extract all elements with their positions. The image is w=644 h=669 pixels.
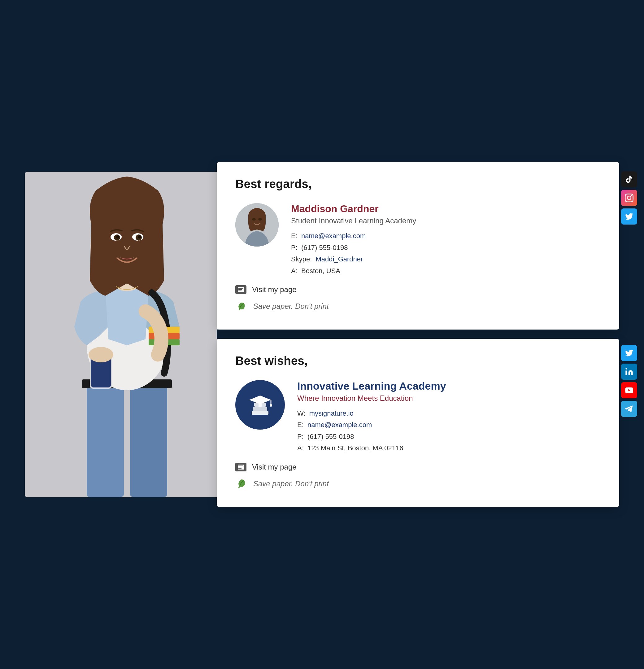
avatar-1 <box>235 203 278 246</box>
svg-rect-33 <box>253 407 267 411</box>
signature-card-1: Best regards, <box>217 162 619 329</box>
sig-body-2: Innovative Learning Academy Where Innova… <box>235 380 601 454</box>
tiktok-button[interactable] <box>621 171 637 187</box>
website-label-2: W: <box>297 410 305 417</box>
skype-label-1: Skype: <box>291 255 312 263</box>
youtube-button[interactable] <box>621 382 637 398</box>
social-icons-2 <box>621 345 637 417</box>
linkedin-button[interactable] <box>621 364 637 380</box>
address-1: Boston, USA <box>301 267 340 275</box>
svg-rect-32 <box>252 411 269 415</box>
instagram-button[interactable] <box>621 190 637 206</box>
svg-rect-43 <box>239 467 242 467</box>
avatar-2 <box>235 380 285 430</box>
photo-placeholder <box>25 172 235 497</box>
sig-info-2: Innovative Learning Academy Where Innova… <box>297 380 601 454</box>
signature-card-2: Best wishes, <box>217 339 619 507</box>
phone-2: (617) 555-0198 <box>307 433 354 440</box>
greeting-2: Best wishes, <box>235 354 601 368</box>
sig-detail-1: E: name@example.com P: (617) 555-0198 Sk… <box>291 230 601 276</box>
address-label-2: A: <box>297 444 304 452</box>
svg-rect-2 <box>130 383 167 497</box>
phone-label-2: P: <box>297 433 304 440</box>
visit-page-label-2[interactable]: Visit my page <box>252 463 297 471</box>
svg-rect-29 <box>239 290 242 291</box>
right-content: Best regards, <box>217 162 619 507</box>
address-label-1: A: <box>291 267 298 275</box>
telegram-button[interactable] <box>621 401 637 417</box>
phone-1: (617) 555-0198 <box>301 244 348 252</box>
visit-page-row-1: Visit my page <box>235 285 601 294</box>
svg-rect-44 <box>239 468 242 469</box>
hero-photo <box>25 172 235 497</box>
sig-role-1: Student Innovative Learning Academy <box>291 216 601 225</box>
twitter-button-1[interactable] <box>621 209 637 225</box>
email-2[interactable]: name@example.com <box>307 421 372 429</box>
eco-icon-1 <box>235 300 248 313</box>
sig-actions-2: Visit my page Save paper. Don't print <box>235 463 601 490</box>
svg-point-13 <box>138 236 141 239</box>
svg-point-39 <box>626 368 627 370</box>
svg-point-24 <box>258 218 262 220</box>
social-icons-1 <box>621 171 637 225</box>
eco-row-2: Save paper. Don't print <box>235 478 601 490</box>
visit-page-row-2: Visit my page <box>235 463 601 471</box>
svg-point-23 <box>252 218 256 220</box>
greeting-1: Best regards, <box>235 177 601 191</box>
sig-body-1: Maddison Gardner Student Innovative Lear… <box>235 203 601 276</box>
sig-detail-2: W: mysignature.io E: name@example.com P:… <box>297 408 601 454</box>
svg-rect-42 <box>239 466 243 466</box>
sig-name-1: Maddison Gardner <box>291 203 601 215</box>
twitter-button-2[interactable] <box>621 345 637 361</box>
sig-name-2: Innovative Learning Academy <box>297 380 601 392</box>
skype-1[interactable]: Maddi_Gardner <box>316 255 363 263</box>
svg-point-38 <box>270 404 272 407</box>
sig-tagline-2: Where Innovation Meets Education <box>297 394 601 403</box>
svg-rect-28 <box>239 289 242 290</box>
sig-info-1: Maddison Gardner Student Innovative Lear… <box>291 203 601 276</box>
sig-actions-1: Visit my page Save paper. Don't print <box>235 285 601 313</box>
address-2: 123 Main St, Boston, MA 02116 <box>307 444 403 452</box>
website-2[interactable]: mysignature.io <box>309 410 354 417</box>
svg-point-17 <box>88 347 113 362</box>
page-icon-2 <box>235 463 246 471</box>
phone-label-1: P: <box>291 244 298 252</box>
svg-rect-36 <box>259 400 262 407</box>
eco-label-1: Save paper. Don't print <box>253 302 329 311</box>
svg-rect-1 <box>87 383 124 497</box>
svg-point-12 <box>116 236 119 239</box>
eco-icon-2 <box>235 478 248 490</box>
page-icon-1 <box>235 285 246 294</box>
eco-label-2: Save paper. Don't print <box>253 480 329 488</box>
email-label-1: E: <box>291 232 298 240</box>
main-container: Best regards, <box>0 0 644 669</box>
academy-logo <box>235 380 285 430</box>
email-label-2: E: <box>297 421 304 429</box>
email-1[interactable]: name@example.com <box>301 232 366 240</box>
dark-divider <box>217 329 619 339</box>
svg-rect-27 <box>239 288 243 289</box>
eco-row-1: Save paper. Don't print <box>235 300 601 313</box>
visit-page-label-1[interactable]: Visit my page <box>252 285 297 294</box>
